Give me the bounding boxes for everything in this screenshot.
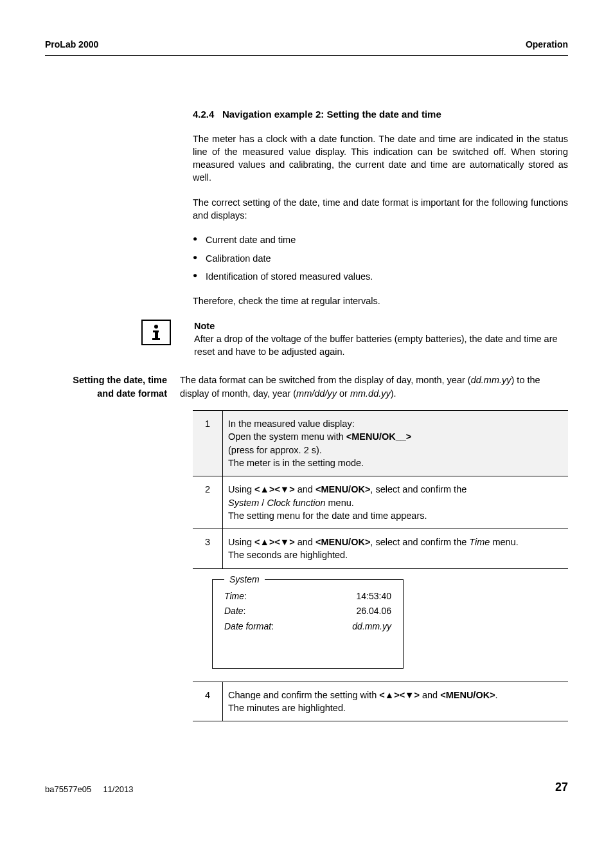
paragraph-2: The correct setting of the date, time an… <box>193 196 568 222</box>
note-block: Note After a drop of the voltage of the … <box>141 320 568 359</box>
step-text: Change and confirm the setting with <▲><… <box>223 682 569 721</box>
step-number: 3 <box>193 529 223 569</box>
step-text: Using <▲><▼> and <MENU/OK>, select and c… <box>223 476 569 529</box>
step-number: 1 <box>193 411 223 476</box>
system-row: Date: 26.04.06 <box>224 605 391 618</box>
header-rule <box>45 55 568 56</box>
bullet-list: Current date and time Calibration date I… <box>193 233 568 283</box>
steps-table-1: 1 In the measured value display: Open th… <box>193 410 568 569</box>
bullet-item: Identification of stored measured values… <box>193 270 568 283</box>
side-label-line1: Setting the date, time <box>73 375 167 385</box>
section-title: Navigation example 2: Setting the date a… <box>222 109 441 120</box>
system-legend: System <box>224 574 265 586</box>
header-left: ProLab 2000 <box>45 39 98 51</box>
side-label: Setting the date, time and date format <box>45 374 180 400</box>
bullet-item: Current date and time <box>193 233 568 246</box>
table-row: 3 Using <▲><▼> and <MENU/OK>, select and… <box>193 529 568 569</box>
svg-point-0 <box>154 325 158 329</box>
header-right: Operation <box>526 39 568 51</box>
info-icon <box>141 320 171 345</box>
system-row: Date format: dd.mm.yy <box>224 620 391 633</box>
step-number: 4 <box>193 682 223 721</box>
side-label-line2: and date format <box>97 388 167 399</box>
section-heading: 4.2.4 Navigation example 2: Setting the … <box>193 107 568 121</box>
section-number: 4.2.4 <box>193 109 214 120</box>
bullet-item: Calibration date <box>193 252 568 265</box>
system-row: Time: 14:53:40 <box>224 590 391 603</box>
footer: ba75577e05 11/2013 27 <box>45 779 568 795</box>
paragraph-3: Therefore, check the time at regular int… <box>193 294 568 307</box>
step-text: In the measured value display: Open the … <box>223 411 569 476</box>
paragraph-1: The meter has a clock with a date functi… <box>193 132 568 185</box>
side-paragraph: The data format can be switched from the… <box>180 374 568 400</box>
table-row: 1 In the measured value display: Open th… <box>193 411 568 476</box>
steps-table-2: 4 Change and confirm the setting with <▲… <box>193 682 568 722</box>
svg-rect-2 <box>155 330 158 339</box>
step-number: 2 <box>193 476 223 529</box>
note-label: Note <box>194 320 568 332</box>
step-text: Using <▲><▼> and <MENU/OK>, select and c… <box>223 529 569 569</box>
table-row: 2 Using <▲><▼> and <MENU/OK>, select and… <box>193 476 568 529</box>
footer-doc-id: ba75577e05 <box>45 784 91 794</box>
note-text: After a drop of the voltage of the buffe… <box>194 332 568 359</box>
table-row: 4 Change and confirm the setting with <▲… <box>193 682 568 721</box>
page-number: 27 <box>555 779 568 795</box>
system-box: System Time: 14:53:40 Date: 26.04.06 Dat… <box>212 579 404 669</box>
footer-date: 11/2013 <box>103 784 133 794</box>
svg-rect-3 <box>152 338 160 340</box>
